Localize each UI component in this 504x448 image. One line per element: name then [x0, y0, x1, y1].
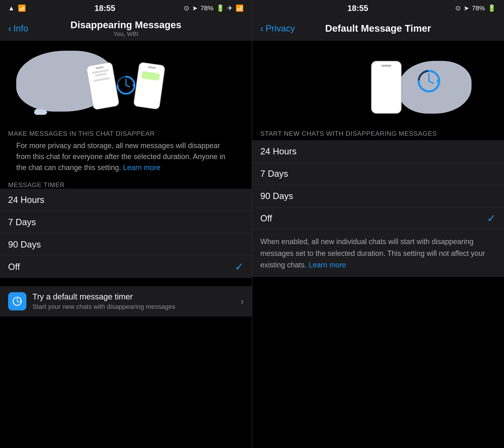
- back-button-right[interactable]: ‹ Privacy: [260, 23, 295, 34]
- back-button-left[interactable]: ‹ Info: [8, 23, 28, 34]
- back-label-right: Privacy: [266, 23, 295, 34]
- promo-text-wrap: Try a default message timer Start your n…: [33, 292, 234, 310]
- message-timer-section: MESSAGE TIMER: [0, 179, 252, 189]
- timer-options-left: 24 Hours 7 Days 90 Days Off ✓: [0, 189, 252, 278]
- right-description-text: When enabled, all new individual chats w…: [260, 237, 485, 269]
- main-content: MAKE MESSAGES IN THIS CHAT DISAPPEAR For…: [0, 41, 504, 448]
- option-90d-label-left: 90 Days: [8, 239, 41, 250]
- promo-icon: [8, 292, 26, 310]
- location-icon-r: ⊙: [455, 4, 461, 12]
- checkmark-off-right: ✓: [487, 212, 496, 224]
- timer-right: [417, 69, 441, 93]
- option-24h-left[interactable]: 24 Hours: [0, 189, 252, 211]
- left-panel: MAKE MESSAGES IN THIS CHAT DISAPPEAR For…: [0, 41, 252, 448]
- promo-card[interactable]: Try a default message timer Start your n…: [0, 286, 252, 317]
- airplane-icon-left: ✈: [227, 4, 233, 12]
- cloud-decoration: [33, 107, 49, 116]
- phone-notch-r: [148, 66, 156, 69]
- option-7d-right[interactable]: 7 Days: [252, 162, 504, 185]
- nav-title-right: Default Message Timer: [325, 23, 431, 34]
- status-icons-right-left: ⊙ ➤ 78% 🔋 ✈ 📶: [184, 4, 244, 12]
- promo-chevron: ›: [241, 296, 244, 306]
- make-disappear-label: MAKE MESSAGES IN THIS CHAT DISAPPEAR: [8, 130, 244, 140]
- timer-options-right: 24 Hours 7 Days 90 Days Off ✓: [252, 140, 504, 230]
- svg-point-1: [132, 84, 135, 87]
- option-24h-label-left: 24 Hours: [8, 195, 44, 205]
- svg-point-12: [437, 80, 439, 83]
- arrow-icon: ➤: [192, 4, 198, 12]
- wifi2-icon-left: 📶: [235, 4, 244, 12]
- start-new-chats-label: START NEW CHATS WITH DISAPPEARING MESSAG…: [260, 130, 496, 140]
- nav-bar: ‹ Info Disappearing Messages You, WBI ‹ …: [0, 16, 504, 41]
- option-90d-left[interactable]: 90 Days: [0, 233, 252, 256]
- phone-right: [133, 62, 165, 110]
- svg-line-10: [17, 301, 19, 302]
- green-msg: [141, 71, 160, 81]
- nav-subtitle-left: You, WBI: [113, 30, 139, 37]
- learn-more-right[interactable]: Learn more: [309, 261, 346, 269]
- wifi-icon: ▲: [8, 4, 15, 12]
- phone-notch: [95, 66, 104, 69]
- msg-line-2: [95, 73, 107, 77]
- description-text-content: For more privacy and storage, all new me…: [16, 142, 225, 172]
- status-time-right: 18:55: [347, 4, 368, 13]
- status-icons-right-right: ⊙ ➤ 78% 🔋: [455, 4, 496, 12]
- battery-shape-right: 🔋: [488, 4, 496, 12]
- timer-svg-right: [417, 69, 441, 93]
- description-text-left: For more privacy and storage, all new me…: [8, 140, 244, 179]
- right-illustration: [252, 41, 504, 126]
- nav-half-right: ‹ Privacy Default Message Timer: [252, 16, 504, 40]
- option-90d-label-right: 90 Days: [260, 191, 293, 201]
- timer-app-icon: [12, 296, 23, 307]
- option-off-label-right: Off: [260, 213, 272, 223]
- back-label-left: Info: [13, 23, 28, 34]
- option-24h-label-right: 24 Hours: [260, 146, 297, 156]
- status-time-left: 18:55: [94, 4, 115, 13]
- back-chevron-left: ‹: [8, 23, 11, 34]
- location-icon: ⊙: [184, 4, 189, 12]
- left-illustration: [0, 41, 252, 126]
- option-24h-right[interactable]: 24 Hours: [252, 140, 504, 162]
- checkmark-off-left: ✓: [235, 261, 244, 273]
- left-section-label-wrap: MAKE MESSAGES IN THIS CHAT DISAPPEAR For…: [0, 126, 252, 179]
- battery-left: 78%: [200, 4, 214, 12]
- single-phone-notch: [381, 65, 391, 67]
- nav-title-group-left: Disappearing Messages You, WBI: [71, 19, 181, 37]
- single-phone-wrap: [371, 61, 401, 114]
- msg-line-3: [93, 77, 110, 82]
- svg-line-14: [429, 81, 433, 83]
- right-description: When enabled, all new individual chats w…: [252, 230, 504, 277]
- right-panel: START NEW CHATS WITH DISAPPEARING MESSAG…: [252, 41, 504, 448]
- option-off-label-left: Off: [8, 262, 20, 272]
- signal-icon: 📶: [18, 4, 26, 12]
- option-90d-right[interactable]: 90 Days: [252, 185, 504, 207]
- status-icons-left: ▲ 📶: [8, 4, 26, 12]
- battery-shape-left: 🔋: [216, 4, 224, 12]
- status-bar-right: 18:55 ⊙ ➤ 78% 🔋: [252, 0, 504, 16]
- nav-half-left: ‹ Info Disappearing Messages You, WBI: [0, 16, 252, 40]
- right-section-label-wrap: START NEW CHATS WITH DISAPPEARING MESSAG…: [252, 126, 504, 140]
- single-phone: [371, 61, 401, 114]
- status-bar-left: ▲ 📶 18:55 ⊙ ➤ 78% 🔋 ✈ 📶: [0, 0, 252, 16]
- back-chevron-right: ‹: [260, 23, 264, 34]
- svg-point-8: [20, 301, 22, 302]
- option-7d-label-right: 7 Days: [260, 169, 288, 179]
- option-off-left[interactable]: Off ✓: [0, 256, 252, 278]
- svg-line-3: [126, 85, 130, 87]
- nav-title-left: Disappearing Messages: [71, 19, 181, 30]
- svg-point-6: [40, 109, 46, 114]
- option-7d-left[interactable]: 7 Days: [0, 211, 252, 233]
- option-7d-label-left: 7 Days: [8, 217, 36, 227]
- arrow-icon-r: ➤: [464, 4, 469, 12]
- timer-svg-left: [116, 75, 136, 95]
- promo-subtitle: Start your new chats with disappearing m…: [33, 303, 234, 310]
- learn-more-left[interactable]: Learn more: [123, 163, 160, 172]
- promo-title: Try a default message timer: [33, 292, 234, 301]
- message-timer-label: MESSAGE TIMER: [8, 181, 244, 189]
- status-bar: ▲ 📶 18:55 ⊙ ➤ 78% 🔋 ✈ 📶 18:55 ⊙ ➤ 78% 🔋: [0, 0, 504, 16]
- option-off-right[interactable]: Off ✓: [252, 207, 504, 230]
- battery-right: 78%: [472, 4, 485, 12]
